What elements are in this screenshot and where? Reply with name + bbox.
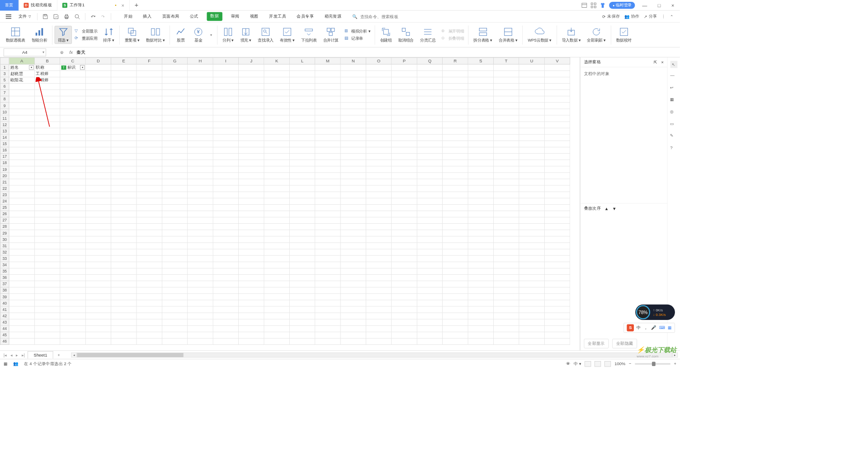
cell-H20[interactable]: [188, 173, 213, 179]
cell-D16[interactable]: [86, 147, 111, 154]
cell-Q41[interactable]: [417, 306, 443, 313]
cell-Q19[interactable]: [417, 166, 443, 173]
cell-B7[interactable]: [35, 90, 60, 96]
cell-B8[interactable]: [35, 96, 60, 103]
cell-P23[interactable]: [392, 192, 417, 198]
row-header-19[interactable]: 19: [0, 166, 9, 173]
row-header-42[interactable]: 42: [0, 313, 9, 319]
cell-U26[interactable]: [519, 211, 544, 217]
cell-O27[interactable]: [366, 217, 392, 224]
cell-I26[interactable]: [213, 211, 239, 217]
cell-F18[interactable]: [137, 160, 162, 166]
cell-R5[interactable]: [443, 77, 468, 84]
cell-S19[interactable]: [468, 166, 494, 173]
cell-P39[interactable]: [392, 294, 417, 300]
cell-A31[interactable]: [9, 243, 34, 249]
cell-M9[interactable]: [315, 103, 340, 109]
cell-U27[interactable]: [519, 217, 544, 224]
cell-S31[interactable]: [468, 243, 494, 249]
cell-F24[interactable]: [137, 198, 162, 205]
cell-N45[interactable]: [341, 332, 366, 338]
cell-E28[interactable]: [111, 224, 137, 230]
cell-V39[interactable]: [545, 294, 570, 300]
nav-tool-icon[interactable]: ↩: [670, 85, 677, 92]
cell-D22[interactable]: [86, 185, 111, 192]
cell-T40[interactable]: [494, 300, 519, 306]
cell-S8[interactable]: [468, 96, 494, 103]
smart-analysis-button[interactable]: 智能分析: [28, 26, 50, 43]
tab-start[interactable]: 开始: [122, 12, 134, 21]
cell-G11[interactable]: [162, 115, 188, 122]
cell-N42[interactable]: [341, 313, 366, 319]
cell-A12[interactable]: [9, 122, 34, 128]
cell-E30[interactable]: [111, 236, 137, 243]
cell-I17[interactable]: [213, 154, 239, 160]
cell-F17[interactable]: [137, 154, 162, 160]
cell-R40[interactable]: [443, 300, 468, 306]
cell-D26[interactable]: [86, 211, 111, 217]
pane-pin-icon[interactable]: ⇱: [654, 60, 657, 65]
cell-J37[interactable]: [239, 281, 264, 287]
cell-A30[interactable]: [9, 236, 34, 243]
select-tool-icon[interactable]: ↖: [670, 61, 677, 68]
cell-E13[interactable]: [111, 128, 137, 135]
cell-K25[interactable]: [264, 205, 289, 211]
add-sheet-button[interactable]: +: [55, 352, 63, 357]
cell-B13[interactable]: [35, 128, 60, 135]
cell-C31[interactable]: [60, 243, 85, 249]
cell-U19[interactable]: [519, 166, 544, 173]
cell-M40[interactable]: [315, 300, 340, 306]
col-header-D[interactable]: D: [86, 57, 111, 65]
cell-R45[interactable]: [443, 332, 468, 338]
col-header-J[interactable]: J: [239, 57, 264, 65]
cell-B43[interactable]: [35, 320, 60, 326]
cell-L38[interactable]: [290, 287, 315, 294]
cell-I35[interactable]: [213, 268, 239, 275]
cell-A20[interactable]: [9, 173, 34, 179]
cell-B10[interactable]: [35, 109, 60, 115]
hide-all-chip[interactable]: 全部隐藏: [612, 339, 637, 348]
cell-O45[interactable]: [366, 332, 392, 338]
cell-J33[interactable]: [239, 256, 264, 262]
cell-N24[interactable]: [341, 198, 366, 205]
cell-B3[interactable]: 工程师: [35, 71, 60, 77]
col-header-E[interactable]: E: [111, 57, 137, 65]
cell-K30[interactable]: [264, 236, 289, 243]
cell-B46[interactable]: [35, 338, 60, 345]
cell-F28[interactable]: [137, 224, 162, 230]
cell-A22[interactable]: [9, 185, 34, 192]
cell-G10[interactable]: [162, 109, 188, 115]
cell-T26[interactable]: [494, 211, 519, 217]
cell-H17[interactable]: [188, 154, 213, 160]
cell-M7[interactable]: [315, 90, 340, 96]
row-header-18[interactable]: 18: [0, 160, 9, 166]
cell-F12[interactable]: [137, 122, 162, 128]
cell-K32[interactable]: [264, 249, 289, 255]
cell-H45[interactable]: [188, 332, 213, 338]
cell-R26[interactable]: [443, 211, 468, 217]
cell-D29[interactable]: [86, 230, 111, 236]
cell-R16[interactable]: [443, 147, 468, 154]
cell-T33[interactable]: [494, 256, 519, 262]
cell-G36[interactable]: [162, 275, 188, 281]
cell-H6[interactable]: [188, 84, 213, 90]
cell-V25[interactable]: [545, 205, 570, 211]
cell-B37[interactable]: [35, 281, 60, 287]
cell-Q33[interactable]: [417, 256, 443, 262]
cell-O16[interactable]: [366, 147, 392, 154]
cell-Q36[interactable]: [417, 275, 443, 281]
ungroup-button[interactable]: 取消组合: [395, 26, 416, 43]
cell-D30[interactable]: [86, 236, 111, 243]
cell-R11[interactable]: [443, 115, 468, 122]
cell-I42[interactable]: [213, 313, 239, 319]
cell-S40[interactable]: [468, 300, 494, 306]
sheet-first-icon[interactable]: |◂: [2, 352, 8, 357]
cell-Q40[interactable]: [417, 300, 443, 306]
row-header-9[interactable]: 9: [0, 103, 9, 109]
cell-G21[interactable]: [162, 179, 188, 185]
cell-V28[interactable]: [545, 224, 570, 230]
cell-F31[interactable]: [137, 243, 162, 249]
cell-U33[interactable]: [519, 256, 544, 262]
cell-V24[interactable]: [545, 198, 570, 205]
cell-C23[interactable]: [60, 192, 85, 198]
